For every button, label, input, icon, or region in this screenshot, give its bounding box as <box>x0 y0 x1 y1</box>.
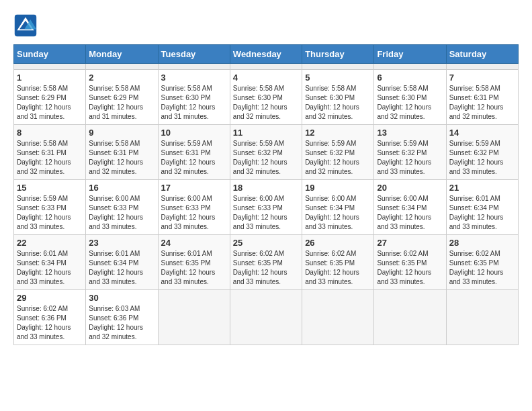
weekday-header: Sunday <box>14 45 86 64</box>
day-detail: Sunrise: 5:59 AMSunset: 6:33 PMDaylight:… <box>17 194 83 232</box>
calendar-cell <box>14 64 86 70</box>
day-number: 10 <box>161 128 227 138</box>
calendar-cell <box>302 64 374 70</box>
day-number: 9 <box>89 128 154 138</box>
calendar-cell <box>374 290 446 345</box>
day-number: 8 <box>17 128 83 138</box>
calendar-cell: 1Sunrise: 5:58 AMSunset: 6:29 PMDaylight… <box>14 70 86 125</box>
day-detail: Sunrise: 6:02 AMSunset: 6:35 PMDaylight:… <box>233 249 299 287</box>
day-detail: Sunrise: 5:59 AMSunset: 6:32 PMDaylight:… <box>305 139 371 177</box>
day-number: 20 <box>377 183 443 193</box>
calendar-cell <box>158 290 230 345</box>
calendar-week-row: 8Sunrise: 5:58 AMSunset: 6:31 PMDaylight… <box>14 125 519 180</box>
day-number: 23 <box>89 238 154 248</box>
calendar-cell: 21Sunrise: 6:01 AMSunset: 6:34 PMDayligh… <box>446 180 518 235</box>
calendar-cell: 10Sunrise: 5:59 AMSunset: 6:31 PMDayligh… <box>158 125 230 180</box>
day-number: 2 <box>89 73 154 83</box>
calendar-week-row: 29Sunrise: 6:02 AMSunset: 6:36 PMDayligh… <box>14 290 519 345</box>
calendar-week-row <box>14 64 519 70</box>
weekday-header: Monday <box>86 45 158 64</box>
weekday-header: Thursday <box>302 45 374 64</box>
day-number: 24 <box>161 238 227 248</box>
day-detail: Sunrise: 6:02 AMSunset: 6:35 PMDaylight:… <box>377 249 443 287</box>
day-number: 13 <box>377 128 443 138</box>
day-detail: Sunrise: 6:01 AMSunset: 6:34 PMDaylight:… <box>89 249 154 287</box>
day-number: 16 <box>89 183 154 193</box>
day-number: 19 <box>305 183 371 193</box>
day-detail: Sunrise: 5:58 AMSunset: 6:30 PMDaylight:… <box>377 84 443 122</box>
logo-icon <box>13 13 38 38</box>
day-detail: Sunrise: 5:58 AMSunset: 6:31 PMDaylight:… <box>17 139 83 177</box>
calendar-cell: 17Sunrise: 6:00 AMSunset: 6:33 PMDayligh… <box>158 180 230 235</box>
calendar-cell: 27Sunrise: 6:02 AMSunset: 6:35 PMDayligh… <box>374 235 446 290</box>
day-detail: Sunrise: 6:01 AMSunset: 6:35 PMDaylight:… <box>161 249 227 287</box>
day-detail: Sunrise: 6:00 AMSunset: 6:33 PMDaylight:… <box>89 194 154 232</box>
calendar-week-row: 1Sunrise: 5:58 AMSunset: 6:29 PMDaylight… <box>14 70 519 125</box>
weekday-header: Friday <box>374 45 446 64</box>
day-detail: Sunrise: 5:58 AMSunset: 6:30 PMDaylight:… <box>305 84 371 122</box>
calendar-cell: 3Sunrise: 5:58 AMSunset: 6:30 PMDaylight… <box>158 70 230 125</box>
day-number: 26 <box>305 238 371 248</box>
day-number: 12 <box>305 128 371 138</box>
day-number: 21 <box>449 183 515 193</box>
day-detail: Sunrise: 6:03 AMSunset: 6:36 PMDaylight:… <box>89 304 154 342</box>
day-detail: Sunrise: 6:00 AMSunset: 6:33 PMDaylight:… <box>161 194 227 232</box>
logo <box>13 13 42 38</box>
weekday-header: Saturday <box>446 45 518 64</box>
calendar-cell: 9Sunrise: 5:58 AMSunset: 6:31 PMDaylight… <box>86 125 158 180</box>
day-number: 4 <box>233 73 299 83</box>
day-detail: Sunrise: 5:59 AMSunset: 6:31 PMDaylight:… <box>161 139 227 177</box>
calendar-cell: 5Sunrise: 5:58 AMSunset: 6:30 PMDaylight… <box>302 70 374 125</box>
calendar-cell: 11Sunrise: 5:59 AMSunset: 6:32 PMDayligh… <box>230 125 302 180</box>
day-detail: Sunrise: 6:00 AMSunset: 6:34 PMDaylight:… <box>377 194 443 232</box>
day-number: 27 <box>377 238 443 248</box>
day-number: 30 <box>89 293 154 303</box>
calendar-cell <box>446 290 518 345</box>
calendar-cell <box>302 290 374 345</box>
day-detail: Sunrise: 6:02 AMSunset: 6:35 PMDaylight:… <box>305 249 371 287</box>
day-number: 15 <box>17 183 83 193</box>
calendar-cell: 15Sunrise: 5:59 AMSunset: 6:33 PMDayligh… <box>14 180 86 235</box>
calendar-cell <box>86 64 158 70</box>
day-detail: Sunrise: 6:01 AMSunset: 6:34 PMDaylight:… <box>449 194 515 232</box>
calendar-cell: 20Sunrise: 6:00 AMSunset: 6:34 PMDayligh… <box>374 180 446 235</box>
calendar-cell: 12Sunrise: 5:59 AMSunset: 6:32 PMDayligh… <box>302 125 374 180</box>
day-detail: Sunrise: 5:59 AMSunset: 6:32 PMDaylight:… <box>449 139 515 177</box>
day-number: 5 <box>305 73 371 83</box>
calendar-cell: 30Sunrise: 6:03 AMSunset: 6:36 PMDayligh… <box>86 290 158 345</box>
calendar-cell: 28Sunrise: 6:02 AMSunset: 6:35 PMDayligh… <box>446 235 518 290</box>
calendar-cell: 22Sunrise: 6:01 AMSunset: 6:34 PMDayligh… <box>14 235 86 290</box>
calendar-week-row: 22Sunrise: 6:01 AMSunset: 6:34 PMDayligh… <box>14 235 519 290</box>
calendar-cell: 29Sunrise: 6:02 AMSunset: 6:36 PMDayligh… <box>14 290 86 345</box>
day-detail: Sunrise: 6:02 AMSunset: 6:36 PMDaylight:… <box>17 304 83 342</box>
calendar-cell: 26Sunrise: 6:02 AMSunset: 6:35 PMDayligh… <box>302 235 374 290</box>
day-detail: Sunrise: 6:00 AMSunset: 6:33 PMDaylight:… <box>233 194 299 232</box>
calendar-cell: 19Sunrise: 6:00 AMSunset: 6:34 PMDayligh… <box>302 180 374 235</box>
day-number: 25 <box>233 238 299 248</box>
calendar-cell: 23Sunrise: 6:01 AMSunset: 6:34 PMDayligh… <box>86 235 158 290</box>
calendar-cell: 6Sunrise: 5:58 AMSunset: 6:30 PMDaylight… <box>374 70 446 125</box>
day-number: 7 <box>449 73 515 83</box>
day-number: 1 <box>17 73 83 83</box>
calendar-cell: 13Sunrise: 5:59 AMSunset: 6:32 PMDayligh… <box>374 125 446 180</box>
day-detail: Sunrise: 5:58 AMSunset: 6:30 PMDaylight:… <box>233 84 299 122</box>
day-number: 14 <box>449 128 515 138</box>
day-detail: Sunrise: 5:58 AMSunset: 6:31 PMDaylight:… <box>89 139 154 177</box>
day-detail: Sunrise: 5:58 AMSunset: 6:30 PMDaylight:… <box>161 84 227 122</box>
weekday-header-row: SundayMondayTuesdayWednesdayThursdayFrid… <box>14 45 519 64</box>
day-number: 22 <box>17 238 83 248</box>
calendar-cell <box>374 64 446 70</box>
calendar-cell: 25Sunrise: 6:02 AMSunset: 6:35 PMDayligh… <box>230 235 302 290</box>
calendar-table: SundayMondayTuesdayWednesdayThursdayFrid… <box>13 44 519 345</box>
calendar-cell: 2Sunrise: 5:58 AMSunset: 6:29 PMDaylight… <box>86 70 158 125</box>
day-number: 11 <box>233 128 299 138</box>
calendar-cell: 7Sunrise: 5:58 AMSunset: 6:31 PMDaylight… <box>446 70 518 125</box>
day-number: 18 <box>233 183 299 193</box>
calendar-cell <box>230 64 302 70</box>
calendar-cell: 16Sunrise: 6:00 AMSunset: 6:33 PMDayligh… <box>86 180 158 235</box>
weekday-header: Tuesday <box>158 45 230 64</box>
day-number: 17 <box>161 183 227 193</box>
calendar-cell <box>158 64 230 70</box>
calendar-cell: 18Sunrise: 6:00 AMSunset: 6:33 PMDayligh… <box>230 180 302 235</box>
day-detail: Sunrise: 5:58 AMSunset: 6:29 PMDaylight:… <box>89 84 154 122</box>
